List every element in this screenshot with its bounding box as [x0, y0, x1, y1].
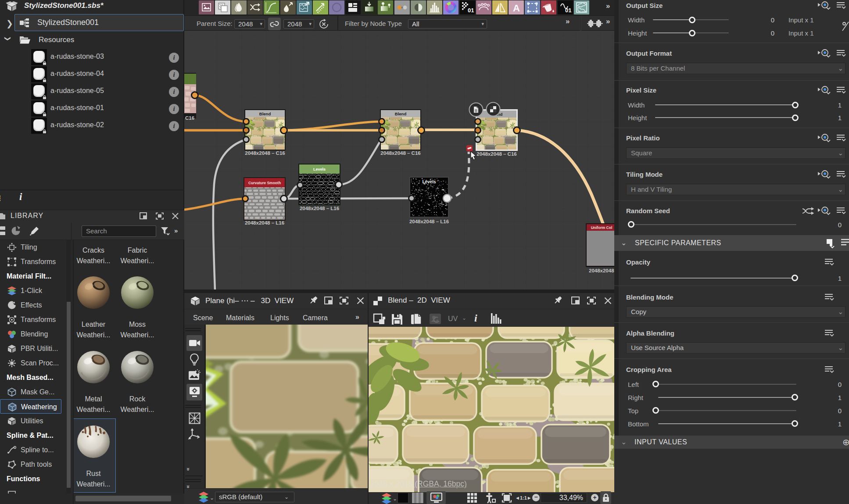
svg-text:+: + — [17, 232, 19, 236]
svg-text:2048x2048 – C16: 2048x2048 – C16 — [245, 150, 285, 156]
svg-text:Levels: Levels — [313, 167, 326, 172]
svg-text:2048x2048 – C16: 2048x2048 – C16 — [380, 150, 420, 156]
svg-text:A: A — [513, 3, 520, 14]
svg-text:C16: C16 — [185, 115, 194, 121]
svg-text:Curvature Smooth: Curvature Smooth — [248, 181, 281, 185]
svg-text:Blend: Blend — [395, 111, 407, 116]
svg-text:Blend: Blend — [259, 111, 271, 116]
svg-text:2048x2048 – C16: 2048x2048 – C16 — [476, 151, 516, 157]
svg-text:2048x2048 –: 2048x2048 – — [589, 268, 614, 273]
svg-text:2048x2048 – L16: 2048x2048 – L16 — [300, 206, 339, 211]
svg-text:2048x2048 – L16: 2048x2048 – L16 — [245, 220, 284, 225]
svg-text:01: 01 — [565, 7, 571, 14]
svg-text:2048x2048 – L16: 2048x2048 – L16 — [409, 219, 449, 224]
svg-text:Levels: Levels — [422, 179, 436, 184]
svg-text:01: 01 — [468, 7, 474, 14]
svg-text:Uniform Col: Uniform Col — [591, 225, 613, 230]
